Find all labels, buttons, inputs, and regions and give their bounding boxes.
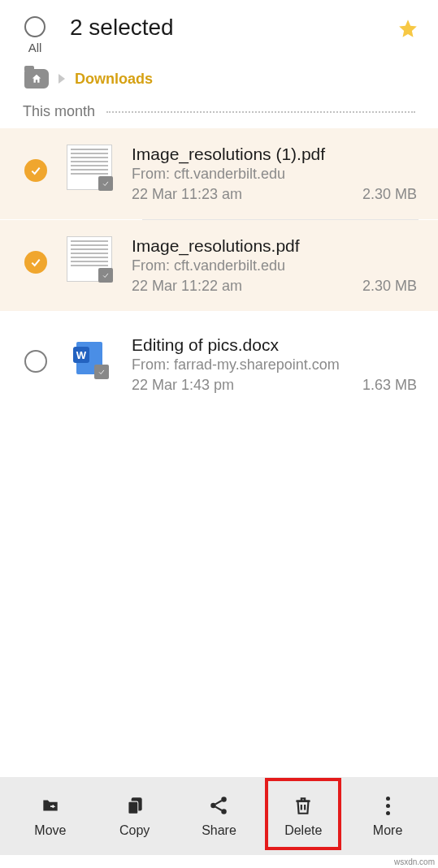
file-row[interactable]: Image_resolutions.pdf From: cft.vanderbi…: [0, 220, 438, 311]
pdf-thumbnail-icon: [67, 236, 112, 282]
file-size: 2.30 MB: [362, 278, 417, 295]
section-divider: [106, 111, 415, 113]
share-icon: [207, 794, 230, 817]
svg-point-5: [222, 809, 228, 814]
more-vertical-icon: [376, 794, 399, 817]
select-all-toggle[interactable]: All: [24, 16, 46, 54]
breadcrumb: Downloads: [0, 61, 438, 103]
favorite-star-icon[interactable]: [397, 18, 418, 39]
share-button[interactable]: Share: [182, 794, 255, 838]
file-date: 22 Mar 1:43 pm: [132, 377, 234, 394]
action-label: Delete: [284, 823, 322, 838]
svg-point-3: [222, 797, 228, 802]
delete-button[interactable]: Delete: [267, 794, 340, 838]
svg-point-4: [211, 803, 217, 809]
move-icon: [39, 794, 62, 817]
action-label: Share: [202, 823, 236, 838]
file-list: Image_resolutions (1).pdf From: cft.vand…: [0, 128, 438, 410]
file-size: 1.63 MB: [362, 377, 417, 394]
selection-checkbox[interactable]: [24, 251, 47, 274]
action-label: Move: [34, 823, 66, 838]
home-folder-icon[interactable]: [24, 69, 49, 89]
selection-checkbox[interactable]: [24, 350, 47, 373]
copy-icon: [124, 794, 146, 817]
copy-button[interactable]: Copy: [98, 794, 171, 838]
file-name: Editing of pics.docx: [132, 335, 417, 355]
pdf-thumbnail-icon: [67, 145, 112, 190]
watermark: wsxdn.com: [394, 857, 435, 866]
file-name: Image_resolutions.pdf: [132, 236, 417, 256]
chevron-right-icon: [59, 74, 65, 84]
file-source: From: cft.vanderbilt.edu: [132, 166, 417, 183]
select-all-label: All: [28, 41, 42, 54]
file-source: From: cft.vanderbilt.edu: [132, 257, 417, 274]
action-label: More: [373, 823, 402, 838]
file-size: 2.30 MB: [362, 186, 417, 203]
section-header: This month: [23, 103, 95, 120]
select-all-ring: [24, 16, 46, 37]
more-button[interactable]: More: [351, 794, 424, 838]
move-button[interactable]: Move: [14, 794, 87, 838]
breadcrumb-current[interactable]: Downloads: [75, 71, 153, 88]
file-date: 22 Mar 11:23 am: [132, 186, 242, 203]
file-source: From: farrad-my.sharepoint.com: [132, 356, 417, 374]
bottom-action-bar: Move Copy Share Delete More: [0, 777, 438, 855]
file-name: Image_resolutions (1).pdf: [132, 145, 417, 164]
file-row[interactable]: W Editing of pics.docx From: farrad-my.s…: [0, 311, 438, 410]
page-title: 2 selected: [70, 15, 174, 41]
file-row[interactable]: Image_resolutions (1).pdf From: cft.vand…: [0, 128, 438, 219]
selection-checkbox[interactable]: [24, 159, 47, 182]
svg-rect-2: [128, 802, 137, 814]
trash-icon: [292, 794, 314, 817]
action-label: Copy: [119, 823, 150, 838]
file-date: 22 Mar 11:22 am: [132, 278, 242, 295]
docx-thumbnail-icon: W: [67, 335, 112, 381]
